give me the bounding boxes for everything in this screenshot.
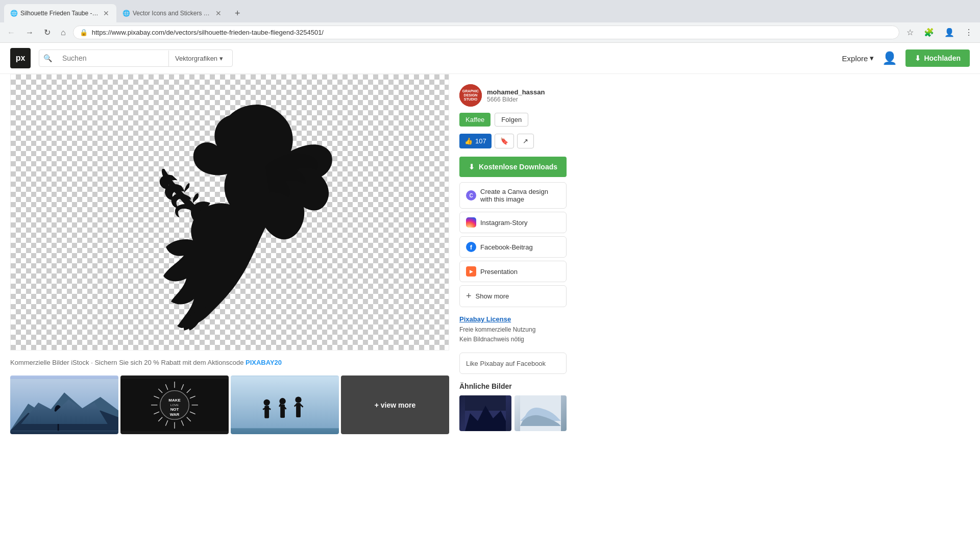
plus-icon: +: [466, 291, 472, 302]
nav-bar: ← → ↻ ⌂ 🔒 ☆ 🧩 👤 ⋮: [0, 22, 980, 42]
thumbnail-silhouettes[interactable]: [231, 375, 339, 434]
facebook-like-section[interactable]: Like Pixabay auf Facebook: [459, 353, 567, 374]
thumbs-up-icon: 👍: [464, 137, 473, 145]
new-tab-button[interactable]: +: [231, 6, 244, 21]
similar-thumb-1[interactable]: [459, 395, 511, 431]
presentation-icon: ▶: [466, 266, 476, 277]
search-input[interactable]: [56, 50, 168, 66]
action-buttons: 👍 107 🔖 ↗: [459, 134, 567, 148]
site-header: px 🔍 Vektorgrafiken ▾ Explore ▾ 👤 ⬇ Hoch…: [0, 43, 980, 74]
similar-thumb-1-svg: [459, 395, 511, 431]
facebook-like-text: Like Pixabay auf Facebook: [466, 360, 546, 367]
thumbnail-mountain[interactable]: [10, 375, 118, 434]
show-more-label: Show more: [476, 292, 509, 300]
bookmark-icon: 🔖: [500, 137, 508, 145]
back-button[interactable]: ←: [4, 26, 18, 39]
instagram-icon: [466, 217, 476, 228]
image-container: [10, 74, 449, 350]
svg-text:STUDIO: STUDIO: [464, 97, 478, 101]
share-button[interactable]: ↗: [517, 134, 534, 148]
canva-option-label: Create a Canva design with this image: [480, 188, 560, 203]
svg-point-32: [279, 398, 285, 404]
similar-thumb-2-svg: [514, 395, 567, 431]
refresh-button[interactable]: ↻: [41, 26, 54, 39]
canva-option[interactable]: C Create a Canva design with this image: [459, 182, 567, 209]
similar-images-title: Ähnliche Bilder: [459, 382, 567, 390]
chevron-down-icon: ▾: [219, 55, 223, 62]
explore-label: Explore: [842, 54, 868, 63]
tab2-close-icon[interactable]: ✕: [214, 8, 223, 18]
tab1-close-icon[interactable]: ✕: [102, 8, 110, 18]
download-label: Kostenlose Downloads: [479, 163, 557, 171]
image-area: Kommerzielle Bilder iStock · Sichern Sie…: [0, 74, 459, 441]
search-category-dropdown[interactable]: Vektorgrafiken ▾: [168, 51, 229, 66]
upload-icon: ⬇: [915, 54, 921, 62]
author-avatar: GRAPHIC DESIGN STUDIO: [459, 84, 482, 107]
facebook-option[interactable]: f Facebook-Beitrag: [459, 236, 567, 258]
thumbnail-view-more[interactable]: + view more: [341, 375, 449, 434]
mountain-thumbnail-svg: [10, 375, 118, 434]
presentation-option[interactable]: ▶ Presentation: [459, 261, 567, 282]
profile-icon[interactable]: 👤: [941, 26, 958, 39]
folgen-button[interactable]: Folgen: [495, 113, 528, 127]
upload-button[interactable]: ⬇ Hochladen: [905, 49, 970, 67]
view-more-label: + view more: [375, 401, 416, 409]
browser-chrome: 🌐 Silhouette Frieden Taube - Kost... ✕ 🌐…: [0, 0, 980, 43]
thumbnail-war[interactable]: MAKE LOVE NOT WAR: [120, 375, 229, 434]
svg-text:GRAPHIC: GRAPHIC: [462, 89, 479, 93]
author-actions: Kaffee Folgen: [459, 113, 567, 127]
tab-1[interactable]: 🌐 Silhouette Frieden Taube - Kost... ✕: [4, 4, 116, 22]
license-title[interactable]: Pixabay License: [459, 315, 567, 323]
kaffee-button[interactable]: Kaffee: [459, 113, 491, 127]
search-bar: 🔍 Vektorgrafiken ▾: [39, 49, 233, 67]
author-name: mohamed_hassan: [487, 88, 545, 96]
main-content: Kommerzielle Bilder iStock · Sichern Sie…: [0, 74, 980, 441]
download-button[interactable]: ⬇ Kostenlose Downloads: [459, 157, 567, 177]
dove-image: [117, 74, 342, 350]
svg-text:MAKE: MAKE: [168, 398, 180, 403]
page: px 🔍 Vektorgrafiken ▾ Explore ▾ 👤 ⬇ Hoch…: [0, 43, 980, 551]
download-icon: ⬇: [469, 163, 475, 171]
like-count: 107: [475, 137, 486, 145]
home-button[interactable]: ⌂: [58, 26, 69, 39]
canva-icon: C: [466, 190, 476, 201]
tab1-favicon: 🌐: [10, 10, 17, 17]
license-line1: Freie kommerzielle Nutzung: [459, 325, 567, 335]
war-thumbnail-svg: MAKE LOVE NOT WAR: [120, 375, 229, 434]
svg-text:NOT: NOT: [170, 407, 179, 412]
lock-icon: 🔒: [80, 29, 88, 36]
instagram-label: Instagram-Story: [480, 219, 527, 227]
explore-button[interactable]: Explore ▾: [842, 54, 874, 63]
upload-label: Hochladen: [924, 54, 961, 62]
bookmark-button[interactable]: 🔖: [495, 134, 514, 148]
user-avatar-button[interactable]: 👤: [882, 51, 897, 65]
presentation-label: Presentation: [480, 268, 518, 276]
forward-button[interactable]: →: [22, 26, 37, 39]
tab-bar: 🌐 Silhouette Frieden Taube - Kost... ✕ 🌐…: [0, 0, 980, 22]
search-icon: 🔍: [39, 50, 56, 66]
svg-rect-3: [58, 417, 59, 431]
svg-rect-37: [296, 403, 301, 417]
header-right: Explore ▾ 👤 ⬇ Hochladen: [842, 49, 970, 67]
menu-icon[interactable]: ⋮: [962, 26, 976, 39]
instagram-option[interactable]: Instagram-Story: [459, 212, 567, 233]
like-button[interactable]: 👍 107: [459, 134, 492, 148]
address-bar: 🔒: [73, 26, 899, 39]
license-line2: Kein Bildnachweis nötig: [459, 335, 567, 344]
bookmark-star-icon[interactable]: ☆: [903, 26, 917, 39]
tab-2[interactable]: 🌐 Vector Icons and Stickers - PNG ✕: [116, 4, 229, 22]
silhouettes-thumbnail-svg: [231, 375, 339, 432]
tab2-favicon: 🌐: [122, 10, 130, 17]
pixabay-logo[interactable]: px: [10, 48, 31, 68]
svg-text:DESIGN: DESIGN: [464, 93, 478, 97]
show-more-option[interactable]: + Show more: [459, 285, 567, 307]
similar-thumb-2[interactable]: [514, 395, 567, 431]
author-info: mohamed_hassan 5666 Bilder: [487, 88, 545, 103]
similar-thumbnails: [459, 395, 567, 431]
explore-chevron-icon: ▾: [870, 54, 874, 63]
svg-point-36: [295, 396, 301, 403]
author-row: GRAPHIC DESIGN STUDIO mohamed_hassan 566…: [459, 84, 567, 107]
address-input[interactable]: [92, 29, 893, 36]
author-avatar-image: GRAPHIC DESIGN STUDIO: [459, 84, 482, 107]
extensions-icon[interactable]: 🧩: [921, 26, 937, 39]
